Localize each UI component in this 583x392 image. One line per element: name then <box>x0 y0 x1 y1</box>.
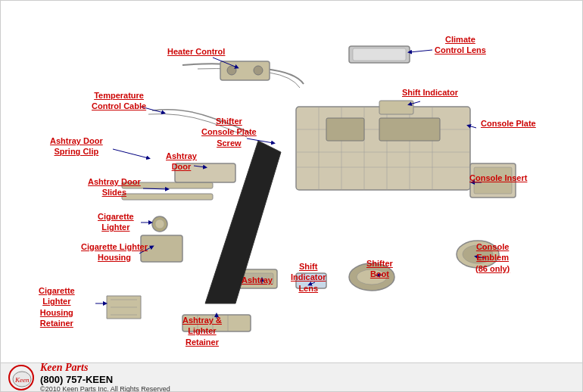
climate-control-parts <box>349 46 410 63</box>
svg-text:Keen: Keen <box>14 376 30 384</box>
cigarette-lighter-housing-retainer-label: CigaretteLighterHousingRetainer <box>39 285 75 328</box>
shifter-boot-label: ShifterBoot <box>366 258 393 280</box>
ashtray-door-label: AshtrayDoor <box>166 151 197 173</box>
svg-rect-11 <box>379 118 440 141</box>
svg-point-27 <box>155 219 164 229</box>
footer-copyright: ©2010 Keen Parts Inc. All Rights Reserve… <box>40 385 170 392</box>
console-plate-label: Console Plate <box>481 118 536 129</box>
logo-icon: Keen <box>10 366 33 390</box>
svg-rect-19 <box>353 48 406 61</box>
ashtray-door-spring-clip-label: Ashtray DoorSpring Clip <box>50 135 103 157</box>
svg-point-17 <box>254 66 263 75</box>
console-emblem-label: ConsoleEmblem(86 only) <box>475 241 510 274</box>
climate-control-lens-label: ClimateControl Lens <box>435 34 486 56</box>
svg-rect-20 <box>379 101 413 114</box>
lighter-retainer-parts <box>107 296 141 319</box>
svg-point-16 <box>227 66 236 75</box>
cigarette-lighter-label: CigaretteLighter <box>98 211 134 233</box>
footer: Keen Keen Parts (800) 757-KEEN ©2010 Kee… <box>1 362 582 391</box>
shift-indicator-lens-label: ShiftIndicatorLens <box>291 261 326 294</box>
ashtray-label: Ashtray <box>242 275 273 285</box>
footer-logo-text: Keen Parts <box>40 362 170 374</box>
shifter-console-plate-screw-label: ShifterConsole PlateScrew <box>201 116 257 148</box>
temperature-control-cable-label: TemperatureControl Cable <box>92 90 146 112</box>
ashtray-lighter-retainer-label: Ashtray &LighterRetainer <box>182 315 222 347</box>
shift-indicator-label: Shift Indicator <box>402 87 458 98</box>
heater-control-parts <box>182 61 304 88</box>
cigarette-lighter-housing-label: Cigarette LighterHousing <box>81 241 148 263</box>
shift-indicator-parts <box>379 101 413 114</box>
footer-phone: (800) 757-KEEN <box>40 374 170 385</box>
svg-line-39 <box>410 50 432 52</box>
diagram-container: Heater Control ClimateControl Lens Tempe… <box>0 0 583 392</box>
heater-control-label: Heater Control <box>167 46 225 57</box>
svg-rect-10 <box>326 118 364 141</box>
svg-line-45 <box>113 149 148 158</box>
logo: Keen <box>8 365 34 390</box>
ashtray-door-slides-label: Ashtray DoorSlides <box>88 176 141 198</box>
console-insert-label: Console Insert <box>469 173 527 183</box>
console-body <box>296 107 470 190</box>
